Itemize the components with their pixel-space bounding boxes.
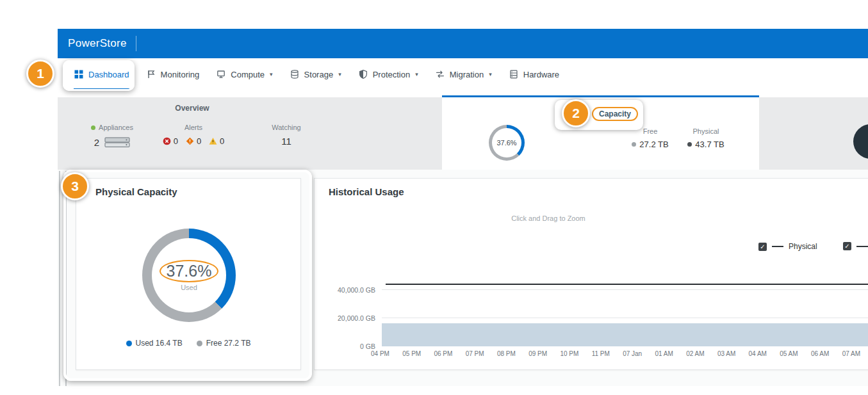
nav-label: Hardware: [523, 70, 559, 79]
physical-capacity-donut: 37.6% Used: [142, 229, 236, 322]
nav-label: Dashboard: [88, 70, 129, 79]
x-tick-label: 06 AM: [811, 350, 829, 357]
page: PowerStore Dashboard Monitoring: [0, 0, 868, 395]
critical-alert-count: 0: [174, 136, 178, 146]
appliances-metric[interactable]: Appliances 2: [86, 124, 138, 149]
nav-label: Storage: [304, 70, 334, 79]
x-tick-label: 04 PM: [371, 350, 389, 357]
overview-tab-title: Overview: [154, 104, 231, 113]
historical-usage-title: Historical Usage: [329, 186, 404, 197]
window-edge-line: [59, 171, 60, 386]
summary-tab-overview[interactable]: Overview Appliances 2 Alerts: [58, 97, 442, 170]
app-header: PowerStore: [58, 29, 868, 58]
capacity-physical-metric: Physical 43.7 TB: [680, 127, 732, 149]
x-tick-label: 03 AM: [717, 350, 735, 357]
y-tick-label: 40,000.0 GB: [321, 286, 375, 294]
major-alert-count: 0: [197, 136, 201, 146]
header-divider: [136, 36, 136, 51]
free-legend-label: Free 27.2 TB: [206, 339, 251, 348]
flag-icon: [146, 69, 156, 79]
appliances-label: Appliances: [99, 124, 133, 131]
physical-value: 43.7 TB: [695, 140, 724, 149]
shield-icon: [358, 69, 368, 79]
percent-highlight-oval: 37.6%: [160, 260, 219, 282]
x-tick-label: 08 PM: [497, 350, 516, 357]
main-nav: Dashboard Monitoring Compute ▾ Storage: [58, 58, 868, 90]
summary-tab-performance-partial[interactable]: [759, 97, 868, 170]
gridline-40000: [382, 289, 868, 290]
watching-metric[interactable]: Watching 11: [261, 124, 312, 147]
nav-migration[interactable]: Migration ▾: [435, 58, 492, 90]
performance-gauge-partial: [853, 124, 868, 159]
x-axis-tick-row: 04 PM05 PM06 PM07 PM08 PM09 PM10 PM11 PM…: [371, 350, 868, 357]
major-alerts[interactable]: 0: [186, 136, 201, 146]
x-tick-label: 07 Jan: [623, 350, 642, 357]
free-legend-dot: [197, 341, 202, 346]
nav-hardware[interactable]: Hardware: [509, 58, 559, 90]
x-tick-label: 05 AM: [780, 350, 798, 357]
nav-label: Monitoring: [161, 70, 200, 79]
physical-capacity-card: Physical Capacity 37.6% Used Used 16.4 T…: [76, 178, 301, 370]
legend-free: Free 27.2 TB: [197, 339, 251, 348]
gridline-20000: [382, 318, 868, 318]
chevron-down-icon: ▾: [415, 72, 418, 77]
physical-dot: [687, 142, 692, 147]
step-1-badge: 1: [26, 60, 54, 88]
health-ok-dot: [91, 125, 95, 130]
watching-count: 11: [281, 136, 291, 147]
critical-alerts[interactable]: 0: [163, 136, 178, 146]
hardware-icon: [509, 69, 519, 79]
capacity-tab-title: Capacity: [592, 107, 638, 121]
nav-compute[interactable]: Compute ▾: [216, 58, 272, 90]
used-series-area: [382, 323, 868, 346]
used-percent-sublabel: Used: [181, 284, 197, 291]
minor-alert-count: 0: [220, 136, 224, 146]
capacity-gauge-percent: 37.6%: [496, 139, 516, 147]
alerts-metric: Alerts 0 0: [157, 124, 230, 146]
watching-label: Watching: [272, 124, 300, 131]
summary-tab-capacity[interactable]: Capacity 37.6% Free 27.2 TB Physical 43.…: [442, 95, 759, 170]
free-dot: [632, 142, 636, 147]
app-title: PowerStore: [68, 37, 127, 50]
y-tick-label: 20,000.0 GB: [321, 314, 375, 322]
step-3-badge: 3: [61, 172, 89, 200]
x-tick-label: 11 PM: [592, 350, 610, 357]
nav-dashboard[interactable]: Dashboard: [74, 58, 129, 90]
migration-icon: [435, 69, 445, 79]
critical-alert-icon: [163, 137, 171, 145]
nav-label: Migration: [450, 70, 484, 79]
capacity-free-metric: Free 27.2 TB: [625, 127, 676, 149]
nav-label: Protection: [373, 70, 411, 79]
major-alert-icon: [186, 137, 194, 145]
used-percent: 37.6%: [167, 262, 212, 280]
x-tick-label: 05 PM: [402, 350, 421, 357]
x-tick-label: 07 AM: [842, 350, 860, 357]
used-legend-label: Used 16.4 TB: [136, 339, 183, 348]
minor-alerts[interactable]: 0: [209, 136, 224, 146]
appliances-count: 2: [94, 137, 99, 148]
x-tick-label: 02 AM: [686, 350, 704, 357]
storage-icon: [290, 69, 300, 79]
x-tick-label: 09 PM: [528, 350, 547, 357]
nav-storage[interactable]: Storage ▾: [290, 58, 341, 90]
physical-capacity-title: Physical Capacity: [95, 186, 177, 197]
nav-monitoring[interactable]: Monitoring: [146, 58, 200, 90]
x-tick-label: 07 PM: [466, 350, 484, 357]
free-value: 27.2 TB: [639, 140, 668, 149]
usage-chart-plot[interactable]: [382, 244, 868, 346]
physical-series-line: [386, 284, 868, 285]
capacity-gauge: 37.6%: [489, 125, 525, 161]
minor-alert-icon: [209, 137, 217, 145]
physical-label: Physical: [680, 127, 732, 135]
appliance-icon: [104, 136, 130, 149]
dashboard-icon: [74, 69, 84, 79]
used-legend-dot: [126, 341, 132, 346]
chevron-down-icon: ▾: [489, 72, 492, 77]
x-tick-label: 04 AM: [749, 350, 767, 357]
chevron-down-icon: ▾: [270, 72, 273, 77]
nav-label: Compute: [231, 70, 265, 79]
donut-legend: Used 16.4 TB Free 27.2 TB: [76, 339, 300, 348]
chevron-down-icon: ▾: [338, 72, 341, 77]
nav-protection[interactable]: Protection ▾: [358, 58, 418, 90]
alerts-label: Alerts: [184, 124, 202, 131]
